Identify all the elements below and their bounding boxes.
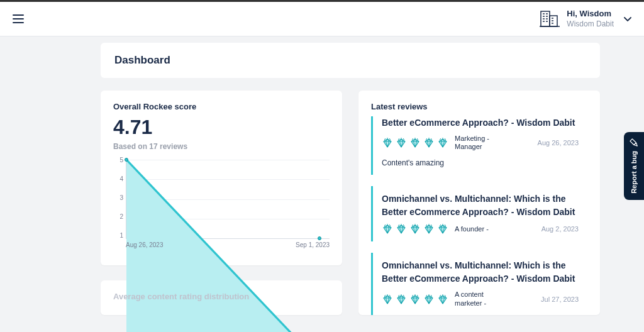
svg-rect-0 xyxy=(541,11,550,26)
review-rating xyxy=(382,224,448,234)
diamond-icon xyxy=(382,138,393,148)
menu-toggle-button[interactable] xyxy=(13,14,24,23)
review-role: A content marketer - xyxy=(455,290,505,307)
chart-data-point xyxy=(318,236,321,240)
diamond-icon xyxy=(409,294,421,304)
chart-ytick: 2 xyxy=(113,214,123,220)
chevron-down-icon xyxy=(624,13,631,25)
user-greeting: Hi, Wisdom xyxy=(567,9,614,19)
score-subtitle: Based on 17 reviews xyxy=(113,142,330,151)
page-header-card: Dashboard xyxy=(101,43,600,78)
review-item[interactable]: Omnichannel vs. Multichannel: Which is t… xyxy=(371,253,587,314)
diamond-icon xyxy=(423,294,435,304)
diamond-icon xyxy=(437,224,448,234)
report-bug-label: Report a bug xyxy=(630,151,638,194)
diamond-icon xyxy=(396,138,407,148)
diamond-icon xyxy=(409,224,421,234)
diamond-icon xyxy=(382,294,393,304)
chart-ytick: 3 xyxy=(113,195,123,201)
diamond-icon xyxy=(437,294,448,304)
chart-ytick: 1 xyxy=(113,233,123,239)
diamond-icon xyxy=(409,138,421,148)
score-value: 4.71 xyxy=(113,116,330,138)
review-role: A founder - xyxy=(455,225,505,233)
diamond-icon xyxy=(396,224,407,234)
pencil-icon xyxy=(630,138,638,147)
review-item[interactable]: Better eCommerce Approach? - Wisdom Dabi… xyxy=(371,116,587,175)
top-header: Hi, Wisdom Wisdom Dabit xyxy=(0,2,644,36)
diamond-icon xyxy=(423,224,435,234)
overall-score-card: Overall Rockee score 4.71 Based on 17 re… xyxy=(101,91,342,265)
review-date: Jul 27, 2023 xyxy=(541,296,579,303)
review-title: Omnichannel vs. Multichannel: Which is t… xyxy=(382,259,579,285)
diamond-icon xyxy=(423,138,435,148)
report-bug-button[interactable]: Report a bug xyxy=(624,132,644,200)
diamond-icon xyxy=(437,138,448,148)
reviews-card-title: Latest reviews xyxy=(371,102,587,111)
score-trend-chart: 5 4 3 2 1 xyxy=(113,157,330,252)
review-title: Better eCommerce Approach? - Wisdom Dabi… xyxy=(382,116,579,130)
user-menu[interactable]: Hi, Wisdom Wisdom Dabit xyxy=(539,9,631,29)
rating-distribution-title: Average content rating distribution xyxy=(113,292,330,301)
review-body: Content's amazing xyxy=(382,158,579,167)
user-account-name: Wisdom Dabit xyxy=(567,19,614,30)
latest-reviews-card: Latest reviews Better eCommerce Approach… xyxy=(358,91,600,315)
review-role: Marketing - Manager xyxy=(455,135,505,151)
review-date: Aug 26, 2023 xyxy=(538,139,579,147)
page-title: Dashboard xyxy=(114,54,586,67)
score-card-title: Overall Rockee score xyxy=(113,102,330,111)
chart-data-point xyxy=(125,158,128,162)
review-item[interactable]: Omnichannel vs. Multichannel: Which is t… xyxy=(371,186,587,241)
review-title: Omnichannel vs. Multichannel: Which is t… xyxy=(382,192,579,219)
diamond-icon xyxy=(396,294,407,304)
chart-ytick: 4 xyxy=(113,176,123,182)
review-date: Aug 2, 2023 xyxy=(541,225,579,233)
diamond-icon xyxy=(382,224,393,234)
review-rating xyxy=(382,294,448,304)
review-rating xyxy=(382,138,448,148)
company-icon xyxy=(539,9,560,28)
chart-xtick: Aug 26, 2023 xyxy=(126,241,164,252)
chart-xtick: Sep 1, 2023 xyxy=(296,241,330,252)
chart-ytick: 5 xyxy=(113,157,123,163)
